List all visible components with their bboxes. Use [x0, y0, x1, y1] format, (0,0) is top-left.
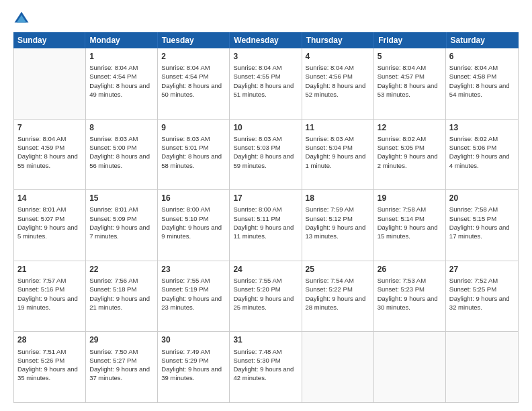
day-number: 5: [378, 51, 442, 62]
day-number: 3: [233, 51, 298, 62]
day-info: Sunrise: 7:52 AMSunset: 5:25 PMDaylight:…: [449, 276, 515, 312]
day-cell-31: 31Sunrise: 7:48 AMSunset: 5:30 PMDayligh…: [230, 332, 302, 402]
day-info: Sunrise: 8:00 AMSunset: 5:10 PMDaylight:…: [161, 205, 226, 240]
day-info: Sunrise: 8:03 AMSunset: 5:00 PMDaylight:…: [89, 134, 154, 170]
day-info: Sunrise: 7:53 AMSunset: 5:23 PMDaylight:…: [378, 276, 442, 312]
calendar-week-1: 1Sunrise: 8:04 AMSunset: 4:54 PMDaylight…: [14, 48, 518, 120]
empty-cell: [374, 332, 446, 402]
logo: [13, 11, 32, 27]
day-number: 17: [233, 193, 298, 203]
calendar-week-3: 14Sunrise: 8:01 AMSunset: 5:07 PMDayligh…: [14, 190, 518, 261]
day-number: 2: [161, 51, 226, 62]
day-info: Sunrise: 8:02 AMSunset: 5:06 PMDaylight:…: [449, 134, 515, 170]
day-info: Sunrise: 8:04 AMSunset: 4:54 PMDaylight:…: [161, 63, 226, 99]
day-cell-29: 29Sunrise: 7:50 AMSunset: 5:27 PMDayligh…: [86, 332, 158, 402]
day-cell-8: 8Sunrise: 8:03 AMSunset: 5:00 PMDaylight…: [86, 120, 158, 190]
day-cell-12: 12Sunrise: 8:02 AMSunset: 5:05 PMDayligh…: [374, 120, 446, 190]
logo-icon: [13, 11, 30, 27]
day-info: Sunrise: 8:03 AMSunset: 5:03 PMDaylight:…: [233, 134, 298, 170]
day-cell-23: 23Sunrise: 7:55 AMSunset: 5:19 PMDayligh…: [158, 261, 230, 332]
day-number: 11: [306, 122, 370, 133]
day-cell-27: 27Sunrise: 7:52 AMSunset: 5:25 PMDayligh…: [446, 261, 518, 332]
day-cell-25: 25Sunrise: 7:54 AMSunset: 5:22 PMDayligh…: [302, 261, 374, 332]
day-info: Sunrise: 8:04 AMSunset: 4:59 PMDaylight:…: [17, 134, 82, 170]
day-info: Sunrise: 8:03 AMSunset: 5:01 PMDaylight:…: [161, 134, 226, 170]
day-number: 22: [89, 264, 154, 275]
day-number: 29: [89, 334, 154, 345]
day-cell-3: 3Sunrise: 8:04 AMSunset: 4:55 PMDaylight…: [230, 48, 302, 119]
day-info: Sunrise: 8:04 AMSunset: 4:57 PMDaylight:…: [378, 63, 442, 99]
calendar-week-2: 7Sunrise: 8:04 AMSunset: 4:59 PMDaylight…: [14, 120, 518, 191]
day-number: 24: [233, 264, 298, 275]
day-cell-28: 28Sunrise: 7:51 AMSunset: 5:26 PMDayligh…: [14, 332, 86, 402]
day-number: 14: [17, 193, 82, 203]
day-cell-30: 30Sunrise: 7:49 AMSunset: 5:29 PMDayligh…: [158, 332, 230, 402]
day-info: Sunrise: 7:58 AMSunset: 5:15 PMDaylight:…: [449, 205, 515, 240]
day-cell-22: 22Sunrise: 7:56 AMSunset: 5:18 PMDayligh…: [86, 261, 158, 332]
day-cell-14: 14Sunrise: 8:01 AMSunset: 5:07 PMDayligh…: [14, 190, 86, 261]
day-info: Sunrise: 7:48 AMSunset: 5:30 PMDaylight:…: [233, 347, 298, 383]
day-cell-5: 5Sunrise: 8:04 AMSunset: 4:57 PMDaylight…: [374, 48, 446, 119]
day-cell-1: 1Sunrise: 8:04 AMSunset: 4:54 PMDaylight…: [86, 48, 158, 119]
day-header-saturday: Saturday: [447, 32, 519, 48]
day-cell-13: 13Sunrise: 8:02 AMSunset: 5:06 PMDayligh…: [446, 120, 518, 190]
day-number: 25: [306, 264, 370, 275]
day-info: Sunrise: 8:04 AMSunset: 4:58 PMDaylight:…: [449, 63, 515, 99]
day-info: Sunrise: 7:59 AMSunset: 5:12 PMDaylight:…: [306, 205, 370, 240]
day-number: 16: [161, 193, 226, 203]
day-info: Sunrise: 8:01 AMSunset: 5:09 PMDaylight:…: [89, 205, 154, 240]
page: SundayMondayTuesdayWednesdayThursdayFrid…: [0, 0, 532, 411]
empty-cell: [302, 332, 374, 402]
day-info: Sunrise: 8:03 AMSunset: 5:04 PMDaylight:…: [306, 134, 370, 170]
day-number: 9: [161, 122, 226, 133]
day-number: 15: [89, 193, 154, 203]
day-header-tuesday: Tuesday: [158, 32, 230, 48]
day-info: Sunrise: 7:55 AMSunset: 5:19 PMDaylight:…: [161, 276, 226, 312]
day-number: 27: [449, 264, 515, 275]
day-number: 8: [89, 122, 154, 133]
day-header-sunday: Sunday: [13, 32, 85, 48]
day-cell-21: 21Sunrise: 7:57 AMSunset: 5:16 PMDayligh…: [14, 261, 86, 332]
calendar: SundayMondayTuesdayWednesdayThursdayFrid…: [13, 32, 519, 403]
day-cell-4: 4Sunrise: 8:04 AMSunset: 4:56 PMDaylight…: [302, 48, 374, 119]
day-cell-9: 9Sunrise: 8:03 AMSunset: 5:01 PMDaylight…: [158, 120, 230, 190]
day-header-friday: Friday: [374, 32, 446, 48]
day-cell-18: 18Sunrise: 7:59 AMSunset: 5:12 PMDayligh…: [302, 190, 374, 261]
day-info: Sunrise: 8:02 AMSunset: 5:05 PMDaylight:…: [378, 134, 442, 170]
day-cell-19: 19Sunrise: 7:58 AMSunset: 5:14 PMDayligh…: [374, 190, 446, 261]
day-number: 1: [89, 51, 154, 62]
day-number: 31: [233, 334, 298, 345]
day-cell-15: 15Sunrise: 8:01 AMSunset: 5:09 PMDayligh…: [86, 190, 158, 261]
day-number: 13: [449, 122, 515, 133]
day-number: 23: [161, 264, 226, 275]
empty-cell: [446, 332, 518, 402]
day-cell-6: 6Sunrise: 8:04 AMSunset: 4:58 PMDaylight…: [446, 48, 518, 119]
day-header-thursday: Thursday: [302, 32, 374, 48]
day-info: Sunrise: 7:58 AMSunset: 5:14 PMDaylight:…: [378, 205, 442, 240]
day-header-monday: Monday: [85, 32, 157, 48]
calendar-week-5: 28Sunrise: 7:51 AMSunset: 5:26 PMDayligh…: [14, 332, 518, 402]
day-number: 18: [306, 193, 370, 203]
empty-cell: [14, 48, 86, 119]
day-cell-17: 17Sunrise: 8:00 AMSunset: 5:11 PMDayligh…: [230, 190, 302, 261]
day-info: Sunrise: 7:57 AMSunset: 5:16 PMDaylight:…: [17, 276, 82, 312]
day-info: Sunrise: 7:56 AMSunset: 5:18 PMDaylight:…: [89, 276, 154, 312]
day-info: Sunrise: 8:04 AMSunset: 4:55 PMDaylight:…: [233, 63, 298, 99]
calendar-week-4: 21Sunrise: 7:57 AMSunset: 5:16 PMDayligh…: [14, 261, 518, 332]
day-cell-7: 7Sunrise: 8:04 AMSunset: 4:59 PMDaylight…: [14, 120, 86, 190]
day-number: 26: [378, 264, 442, 275]
day-number: 12: [378, 122, 442, 133]
day-number: 19: [378, 193, 442, 203]
day-info: Sunrise: 8:01 AMSunset: 5:07 PMDaylight:…: [17, 205, 82, 240]
day-info: Sunrise: 7:49 AMSunset: 5:29 PMDaylight:…: [161, 347, 226, 383]
day-number: 7: [17, 122, 82, 133]
day-number: 20: [449, 193, 515, 203]
day-cell-26: 26Sunrise: 7:53 AMSunset: 5:23 PMDayligh…: [374, 261, 446, 332]
day-cell-2: 2Sunrise: 8:04 AMSunset: 4:54 PMDaylight…: [158, 48, 230, 119]
day-info: Sunrise: 7:55 AMSunset: 5:20 PMDaylight:…: [233, 276, 298, 312]
day-info: Sunrise: 8:00 AMSunset: 5:11 PMDaylight:…: [233, 205, 298, 240]
day-cell-16: 16Sunrise: 8:00 AMSunset: 5:10 PMDayligh…: [158, 190, 230, 261]
calendar-body: 1Sunrise: 8:04 AMSunset: 4:54 PMDaylight…: [13, 48, 519, 403]
day-info: Sunrise: 7:54 AMSunset: 5:22 PMDaylight:…: [306, 276, 370, 312]
header: [13, 11, 519, 27]
